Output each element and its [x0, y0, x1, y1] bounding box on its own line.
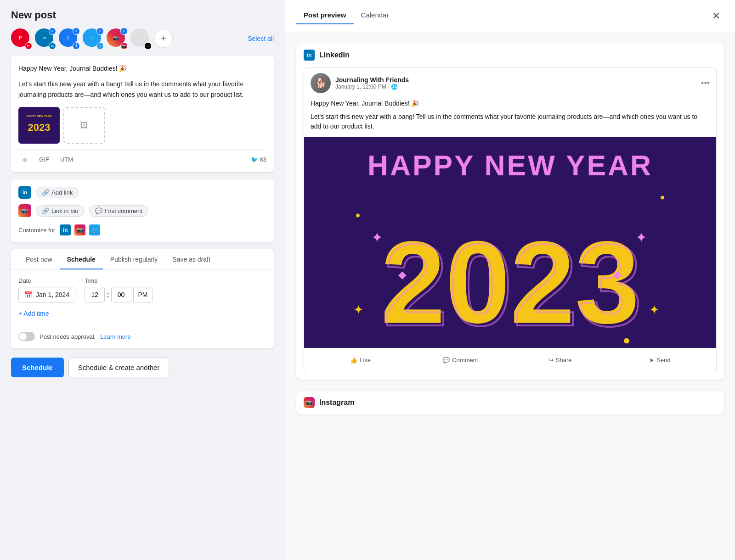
tab-publish-regularly[interactable]: Publish regularly: [103, 249, 165, 269]
right-header: Post preview Calendar ✕: [285, 0, 735, 32]
gif-button[interactable]: GIF: [35, 154, 53, 165]
svg-point-7: [356, 214, 360, 218]
linkedin-add-link-button[interactable]: 🔗 Add link: [36, 187, 79, 198]
char-count: 🐦 83: [251, 156, 266, 163]
account-linkedin[interactable]: in ✓ in: [35, 28, 55, 49]
instagram-icon: 📷: [304, 397, 315, 408]
linkedin-platform-label: LinkedIn: [319, 51, 350, 59]
svg-point-8: [661, 196, 664, 200]
accounts-row: P P in ✓ in f ✓ f 🐦 ✓ 🐦: [11, 28, 274, 49]
customize-for-label: Customize for: [18, 227, 55, 234]
time-separator: :: [107, 291, 109, 299]
tab-post-now[interactable]: Post now: [18, 249, 60, 269]
svg-text:◆: ◆: [398, 269, 407, 280]
like-button[interactable]: 👍 Like: [311, 353, 410, 367]
first-comment-label: First comment: [105, 207, 142, 214]
post-text-line2: Let's start this new year with a bang! T…: [18, 79, 266, 100]
date-input[interactable]: 📅 Jan 1, 2024: [18, 287, 75, 302]
tab-save-as-draft[interactable]: Save as draft: [165, 249, 218, 269]
post-author: Journaling With Friends: [335, 76, 696, 84]
time-hour-input[interactable]: [85, 287, 105, 302]
linkedin-add-link-label: Add link: [51, 189, 73, 196]
emoji-button[interactable]: ☺: [18, 154, 32, 165]
post-image: HAPPY NEW YEAR 2023 2023 ✦ ✦ ✦ ✦ ◆ ◆: [304, 137, 716, 348]
bottom-actions: Schedule Schedule & create another: [11, 356, 274, 379]
share-button[interactable]: ↪ Share: [510, 353, 610, 367]
add-time-button[interactable]: + Add time: [18, 310, 49, 317]
time-label: Time: [85, 277, 153, 284]
learn-more-link[interactable]: Learn more: [100, 333, 130, 340]
add-media-button[interactable]: 🖼: [63, 107, 105, 144]
customize-twitter-icon[interactable]: 🐦: [89, 224, 100, 235]
tab-schedule[interactable]: Schedule: [60, 249, 103, 269]
close-icon: ✕: [712, 10, 720, 22]
post-date: January 1, 12:00 PM · 🌐: [335, 84, 696, 90]
account-tiktok[interactable]: ♪ ♪: [130, 28, 151, 49]
account-pinterest[interactable]: P P: [11, 28, 31, 49]
post-text: Happy New Year, Journal Buddies! 🎉 Let's…: [18, 63, 266, 100]
preview-text-line1: Happy New Year, Journal Buddies! 🎉: [311, 99, 710, 108]
schedule-body: Date 📅 Jan 1, 2024 Time : PM: [11, 270, 274, 325]
like-icon: 👍: [350, 357, 357, 364]
more-options-icon[interactable]: •••: [701, 78, 710, 88]
schedule-button[interactable]: Schedule: [11, 358, 64, 377]
tab-calendar[interactable]: Calendar: [354, 7, 396, 24]
char-count-value: 83: [260, 156, 266, 163]
select-all-button[interactable]: Select all: [248, 35, 274, 42]
post-actions: 👍 Like 💬 Comment ↪ Share ➤ Send: [304, 348, 716, 372]
comment-label: Comment: [452, 357, 478, 364]
linkedin-platform-icon: in: [18, 186, 31, 199]
svg-text:HAPPY NEW YEAR: HAPPY NEW YEAR: [368, 150, 653, 181]
share-icon: ↪: [548, 357, 554, 364]
utm-button[interactable]: UTM: [57, 154, 77, 165]
send-icon: ➤: [649, 357, 654, 364]
approval-text: Post needs approval.: [40, 333, 96, 340]
utm-label: UTM: [60, 156, 73, 163]
media-thumbnail[interactable]: HAPPY NEW YEAR 2023 ✦ ✦ ✦ ✦ ✦: [18, 107, 60, 144]
link-icon2: 🔗: [42, 207, 49, 214]
emoji-icon: ☺: [22, 156, 28, 163]
linkedin-options-row: in 🔗 Add link: [18, 186, 266, 199]
tiktok-badge: ♪: [144, 42, 152, 50]
send-label: Send: [656, 357, 670, 364]
post-text-line1: Happy New Year, Journal Buddies! 🎉: [18, 63, 266, 73]
pinterest-badge: P: [25, 42, 32, 50]
account-instagram[interactable]: 📷 ✓ 📷: [107, 28, 127, 49]
tab-post-preview[interactable]: Post preview: [296, 7, 354, 24]
customize-instagram-icon[interactable]: 📷: [74, 224, 85, 235]
preview-tabs: Post preview Calendar: [296, 7, 396, 24]
link-icon: 🔗: [42, 189, 49, 196]
time-minute-input[interactable]: [111, 287, 131, 302]
customize-linkedin-icon[interactable]: in: [60, 224, 71, 235]
instagram-first-comment-button[interactable]: 💬 First comment: [89, 205, 148, 217]
linkedin-preview-header: in LinkedIn: [296, 43, 724, 67]
calendar-icon: 📅: [24, 291, 32, 298]
add-account-button[interactable]: +: [154, 29, 173, 48]
post-content-card: Happy New Year, Journal Buddies! 🎉 Let's…: [11, 56, 274, 172]
account-twitter[interactable]: 🐦 ✓ 🐦: [83, 28, 103, 49]
approval-toggle[interactable]: [18, 332, 35, 341]
add-time-label: + Add time: [18, 310, 49, 317]
twitter-badge: 🐦: [96, 42, 104, 50]
account-facebook[interactable]: f ✓ f: [59, 28, 79, 49]
linkedin-post-header: 🐕 Journaling With Friends January 1, 12:…: [304, 67, 716, 99]
time-field-group: Time : PM: [85, 277, 153, 302]
preview-content: in LinkedIn 🐕 Journaling With Friends Ja…: [285, 32, 735, 560]
svg-text:◆: ◆: [613, 269, 622, 280]
toggle-knob: [19, 333, 27, 340]
send-button[interactable]: ➤ Send: [610, 353, 710, 367]
close-button[interactable]: ✕: [708, 8, 724, 24]
svg-text:2023: 2023: [28, 122, 51, 133]
schedule-card: Post now Schedule Publish regularly Save…: [11, 249, 274, 348]
svg-text:HAPPY NEW YEAR: HAPPY NEW YEAR: [27, 115, 52, 118]
page-title: New post: [11, 9, 274, 21]
schedule-create-another-button[interactable]: Schedule & create another: [68, 358, 170, 377]
instagram-badge: 📷: [120, 42, 128, 50]
ampm-button[interactable]: PM: [133, 287, 153, 302]
comment-button[interactable]: 💬 Comment: [410, 353, 510, 367]
instagram-link-in-bio-button[interactable]: 🔗 Link in bio: [36, 205, 85, 217]
post-avatar: 🐕: [311, 73, 331, 93]
facebook-check: ✓: [73, 28, 80, 35]
preview-text-line2: Let's start this new year with a bang! T…: [311, 112, 710, 131]
share-label: Share: [556, 357, 572, 364]
